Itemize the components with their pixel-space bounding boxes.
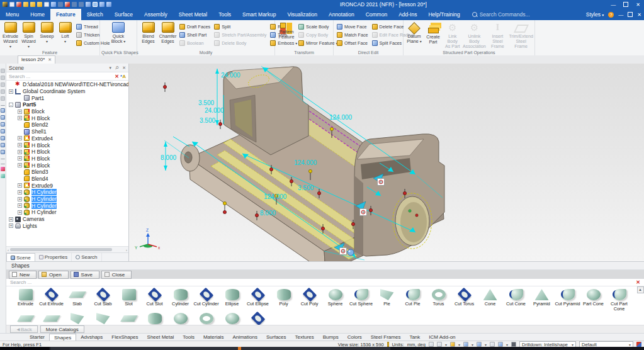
dimension-label[interactable]: 124.000 <box>294 159 317 166</box>
ribbon-big-button[interactable]: Spin Wizard ▾ <box>20 21 38 50</box>
close-icon[interactable]: ✕ <box>636 2 640 8</box>
ribbon-small-button[interactable]: Copy Body▾ <box>298 32 338 38</box>
dimension-label[interactable]: 8.000 <box>260 210 276 217</box>
catalog-search-input[interactable]: Search ... ✕ <box>6 279 644 286</box>
mini-tool-icon[interactable] <box>1 157 5 159</box>
catalog-item[interactable]: Ellipsoid <box>219 312 245 325</box>
tree-expander-icon[interactable]: + <box>18 203 22 208</box>
tree-expander-icon[interactable]: + <box>18 150 22 154</box>
mini-tool-icon[interactable] <box>1 122 5 127</box>
tree-row[interactable]: Blend4 <box>6 176 128 183</box>
catalog-back-button[interactable]: ◄ Back <box>10 325 38 333</box>
mini-tool-icon[interactable] <box>1 69 5 73</box>
catalog-item[interactable]: Cut Pyramid <box>555 288 580 311</box>
catalog-item[interactable]: Cut Cone <box>503 288 529 311</box>
dimension-label[interactable]: 3.500 <box>200 117 215 124</box>
ribbon-big-button[interactable]: Insert Steel Frame ▾ <box>486 21 509 50</box>
catalog-item[interactable]: Cut Torus <box>451 288 477 311</box>
ribbon-big-button[interactable]: Chamfer Edges ▾ <box>158 21 178 45</box>
ribbon-tab[interactable]: Assembly <box>138 9 173 20</box>
mini-tool-icon[interactable] <box>1 167 5 171</box>
catalog-item[interactable]: Sphere2 <box>167 312 193 325</box>
ribbon-tab[interactable]: Visualization <box>281 9 323 20</box>
dimension-label[interactable]: 124.000 <box>329 114 352 121</box>
viewport-3d[interactable]: Z x Y 24.000 3.500 24.000 3.500 124.000 … <box>129 64 644 261</box>
ribbon-big-button[interactable]: Link Body As Part ▾ <box>443 21 463 50</box>
link-status-icon[interactable] <box>636 342 641 347</box>
catalog-item[interactable]: Torus <box>426 288 451 311</box>
quick-access-icon[interactable] <box>65 2 70 7</box>
quick-access-icon[interactable] <box>23 2 28 7</box>
catalog-item[interactable]: Pyramid <box>529 288 555 311</box>
quick-access-icon[interactable] <box>99 2 105 7</box>
camera-view-icon[interactable] <box>463 342 468 347</box>
catalog-item[interactable]: Extrude <box>13 288 38 311</box>
tree-row[interactable]: Part1 <box>6 94 128 101</box>
quick-access-icon[interactable] <box>51 2 56 7</box>
catalog-item[interactable]: Cut Poly <box>297 288 322 311</box>
ribbon-small-button[interactable]: Split▾ <box>214 24 266 30</box>
clear-search-icon[interactable]: ✕ <box>636 279 640 285</box>
ribbon-small-button[interactable]: Shell Part▾ <box>179 32 210 38</box>
mini-tool-icon[interactable] <box>1 108 5 113</box>
catalog-item[interactable]: Cut Part Cone <box>606 288 632 311</box>
tree-row[interactable]: + H Cylinder <box>6 196 128 203</box>
tree-expander-icon[interactable]: + <box>18 190 22 195</box>
tree-row[interactable]: + H Block <box>6 142 128 149</box>
tree-expander-icon[interactable]: + <box>18 163 22 167</box>
catalog-item[interactable]: Cut Sphere <box>348 288 374 311</box>
quick-access-icon[interactable] <box>16 2 21 7</box>
ribbon-big-button[interactable]: Blend Edges ▾ <box>138 21 158 45</box>
tree-row[interactable]: D:\data\2018 NEW\Word\TECH-NET\ironcad v… <box>6 81 128 88</box>
ribbon-big-button[interactable]: Extrude Wizard ▾ <box>1 21 20 50</box>
tree-expander-icon[interactable]: + <box>18 183 22 188</box>
dimension-label[interactable]: 24.000 <box>205 107 224 114</box>
mini-tool-icon[interactable] <box>1 143 5 147</box>
panel-pin-icon[interactable]: ⚲ <box>114 65 120 71</box>
doc-minimize-icon[interactable]: — <box>618 12 623 18</box>
catalog-item[interactable]: Cylinder <box>167 288 193 311</box>
dimension-label[interactable]: 124.000 <box>264 193 286 200</box>
quick-access-icon[interactable] <box>3 2 8 7</box>
mini-tool-icon[interactable] <box>1 150 5 154</box>
ribbon-tab[interactable]: Home <box>25 9 50 20</box>
quick-access-icon[interactable] <box>44 2 49 7</box>
command-search[interactable]: Search Commands... <box>472 9 530 20</box>
ribbon-small-button[interactable]: Boolean▾ <box>179 40 210 46</box>
catalog-item[interactable]: Twist <box>90 312 116 325</box>
tree-expander-icon[interactable]: + <box>18 210 22 215</box>
dimension-label[interactable]: 8.000 <box>161 154 176 161</box>
catalog-item[interactable]: Poly <box>271 288 297 311</box>
ribbon-big-button[interactable]: Unlink Body Association ▾ <box>463 21 487 50</box>
tree-row[interactable]: Blend3 <box>6 169 128 176</box>
catalog-toolbar-button[interactable]: Save <box>71 271 99 279</box>
catalog-item[interactable]: Cut Slab <box>90 288 116 311</box>
catalog-item[interactable]: Cut Slot <box>142 288 167 311</box>
ribbon-big-button[interactable]: Loft ▾ <box>56 21 74 50</box>
quick-access-icon[interactable] <box>37 2 42 7</box>
quick-access-icon[interactable] <box>93 2 98 7</box>
catalog-item[interactable]: Cone <box>477 288 503 311</box>
tree-expander-icon[interactable]: + <box>18 143 22 147</box>
ribbon-tab[interactable]: Smart Markup <box>237 9 281 20</box>
catalog-toolbar-button[interactable]: New <box>9 271 37 279</box>
catalog-item[interactable]: Partial Torus <box>193 312 219 325</box>
ribbon-small-button[interactable]: Delete Body▾ <box>214 40 266 46</box>
ribbon-big-button[interactable]: Create Part ▾ <box>424 21 443 45</box>
styles-button[interactable]: Styles ▾ <box>586 11 604 18</box>
mini-tool-icon[interactable] <box>1 174 5 178</box>
catalog-item[interactable]: Slab2 <box>116 312 142 325</box>
minimize-icon[interactable]: — <box>611 2 616 8</box>
catalog-item[interactable]: Cylinder2 <box>142 312 167 325</box>
tree-row[interactable]: - Part5 <box>6 101 128 108</box>
ribbon-small-button[interactable]: Mirror Feature▾ <box>298 40 338 46</box>
catalog-item[interactable]: Ellipse <box>219 288 245 311</box>
tree-row[interactable]: + H Cylinder <box>6 209 128 216</box>
tree-expander-icon[interactable]: + <box>18 156 22 161</box>
catalog-item[interactable]: Slot <box>116 288 142 311</box>
catalog-item[interactable]: Slab <box>64 288 90 311</box>
tree-row[interactable]: Blend2 <box>6 121 128 128</box>
view-style-icon[interactable] <box>450 342 455 347</box>
ribbon-big-button[interactable]: Sweep ▾ <box>38 21 56 50</box>
catalog-item[interactable]: Cut Ellipsoid <box>245 312 271 325</box>
